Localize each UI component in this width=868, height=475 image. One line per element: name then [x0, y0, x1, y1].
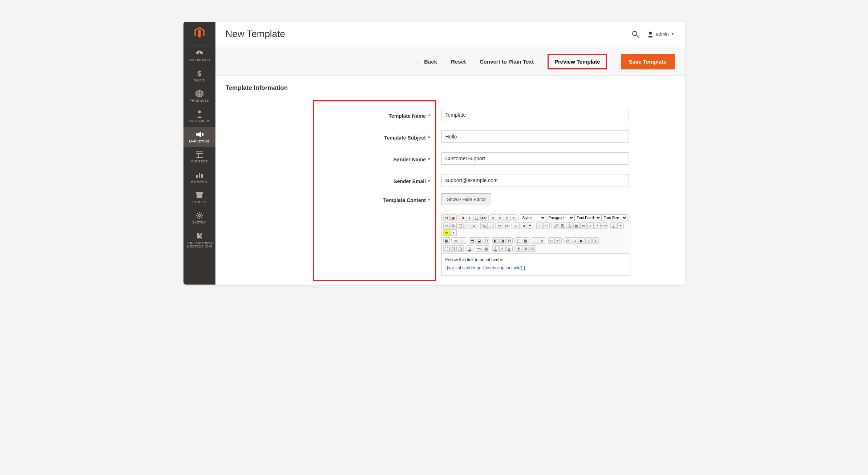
bold-icon[interactable]: B	[460, 214, 466, 221]
sub-icon[interactable]: x₂	[548, 237, 555, 244]
template-subject-input[interactable]	[441, 130, 629, 143]
anchor-icon[interactable]: ⚓	[566, 222, 573, 229]
merge-cells-icon[interactable]: ▦	[522, 237, 529, 244]
font-size-select[interactable]: Font Size	[601, 214, 627, 221]
search-icon[interactable]	[632, 31, 639, 38]
html-icon[interactable]: HTML	[601, 222, 607, 229]
align-justify-icon[interactable]: ≡	[510, 214, 517, 221]
flash-icon[interactable]: ⚡	[585, 237, 592, 244]
layers-icon[interactable]: ❏	[450, 245, 457, 252]
media-icon[interactable]: ▭	[580, 222, 587, 229]
bullet-list-icon[interactable]: •≡	[497, 222, 503, 229]
link-icon[interactable]: 🔗	[553, 222, 559, 229]
media2-icon[interactable]: ▶	[578, 237, 585, 244]
insert-row-before-icon[interactable]: ⬒	[469, 237, 476, 244]
magento-variable-icon[interactable]: ◉	[450, 214, 457, 221]
delete-row-icon[interactable]: ⊟	[483, 237, 489, 244]
template-icon[interactable]: ▤	[483, 245, 489, 252]
paste-icon[interactable]: 📋	[457, 222, 464, 229]
copy-icon[interactable]: ⧉	[450, 222, 457, 229]
save-template-button[interactable]: Save Template	[621, 54, 675, 69]
insert-col-after-icon[interactable]: ◨	[499, 237, 506, 244]
cut-icon[interactable]: ✂	[443, 222, 450, 229]
show-invisible-icon[interactable]: ¶	[516, 245, 522, 252]
acronym-icon[interactable]: A̲	[506, 245, 513, 252]
fullscreen-icon[interactable]: ⛶	[443, 245, 450, 252]
sidebar-item-reports[interactable]: REPORTS	[183, 167, 215, 188]
bg-color-icon[interactable]: ab	[443, 229, 450, 236]
user-label: admin	[656, 31, 669, 37]
sup-icon[interactable]: x²	[555, 237, 562, 244]
magento-widget-icon[interactable]: M	[443, 214, 450, 221]
text-color-icon[interactable]: A	[610, 222, 617, 229]
sidebar-item-products[interactable]: PRODUCTS	[183, 86, 215, 106]
user-menu[interactable]: admin ▼	[647, 31, 674, 37]
reset-button[interactable]: Reset	[451, 59, 466, 65]
align-right-icon[interactable]: ≡	[504, 214, 510, 221]
underline-icon[interactable]: U	[473, 214, 480, 221]
clean-icon[interactable]: ✓	[587, 222, 594, 229]
sidebar-item-stores[interactable]: STORES	[183, 188, 215, 208]
undo-icon[interactable]: ↶	[536, 222, 543, 229]
indent-icon[interactable]: ⇥	[520, 222, 526, 229]
svg-text:$: $	[197, 69, 201, 77]
sender-name-input[interactable]	[441, 152, 629, 165]
replace-icon[interactable]: ↔	[487, 222, 494, 229]
split-cells-icon[interactable]: ⬚	[516, 237, 522, 244]
image-icon[interactable]: ▦	[573, 222, 580, 229]
editor-body[interactable]: Follow this link to unsubscribe {{var su…	[442, 254, 630, 275]
insert-col-before-icon[interactable]: ◧	[492, 237, 499, 244]
styles-select[interactable]: Styles	[520, 214, 546, 221]
align-center-icon[interactable]: ≡	[497, 214, 503, 221]
del-icon[interactable]: ⊠	[522, 245, 529, 252]
emoticon-icon[interactable]: ☺	[572, 237, 578, 244]
outdent-icon[interactable]: ⇤	[513, 222, 520, 229]
convert-button[interactable]: Convert to Plain Text	[480, 59, 534, 65]
italic-icon[interactable]: I	[467, 214, 473, 221]
caret-icon[interactable]: ▼	[617, 222, 624, 229]
redo-icon[interactable]: ↷	[543, 222, 550, 229]
spell-icon[interactable]: A	[492, 245, 499, 252]
sender-email-input[interactable]	[441, 174, 629, 186]
charmap-icon[interactable]: Ω	[565, 237, 571, 244]
template-name-input[interactable]	[441, 109, 629, 121]
number-list-icon[interactable]: 1≡	[504, 222, 510, 229]
paste-text-icon[interactable]: 📄	[464, 222, 471, 229]
cell-props-icon[interactable]: ▫	[460, 237, 466, 244]
preview-template-button[interactable]: Preview Template	[548, 54, 607, 69]
insert-row-after-icon[interactable]: ⬓	[476, 237, 483, 244]
paragraph-select[interactable]: Paragraph	[546, 214, 574, 221]
table-icon[interactable]: ▦	[443, 237, 450, 244]
magento-logo[interactable]	[183, 22, 215, 44]
sidebar-item-marketing[interactable]: MARKETING	[183, 127, 215, 147]
unlink-icon[interactable]: ⛓	[560, 222, 566, 229]
visualaid-icon[interactable]: ◫	[457, 245, 464, 252]
nbsp-icon[interactable]: nbsp	[476, 245, 483, 252]
unsubscribe-variable-link[interactable]: {{var subscriber.getUnsubscriptionLink()…	[445, 265, 525, 270]
back-button[interactable]: ← Back	[415, 59, 437, 65]
caret-icon[interactable]: ▼	[450, 229, 457, 236]
sidebar-item-customers[interactable]: CUSTOMERS	[183, 106, 215, 127]
align-left-icon[interactable]: ≡	[490, 214, 496, 221]
blockquote-icon[interactable]: ❝	[527, 222, 533, 229]
sidebar-item-system[interactable]: SYSTEM	[183, 208, 215, 228]
strike-icon[interactable]: ᴀʙ	[480, 214, 487, 221]
help-icon[interactable]: ?	[594, 222, 601, 229]
font-family-select[interactable]: Font Family	[574, 214, 601, 221]
show-hide-editor-button[interactable]: Show / Hide Editor	[441, 193, 492, 205]
required-mark: *	[428, 113, 430, 119]
hr-icon[interactable]: —	[532, 237, 538, 244]
attr-icon[interactable]: A	[467, 245, 473, 252]
paste-word-icon[interactable]: W	[471, 222, 477, 229]
find-icon[interactable]: 🔍	[480, 222, 487, 229]
sidebar-item-sales[interactable]: $ SALES	[183, 66, 215, 86]
pagebreak-icon[interactable]: ⤓	[592, 237, 599, 244]
row-props-icon[interactable]: ▭	[453, 237, 459, 244]
sidebar-item-dashboard[interactable]: DASHBOARD	[183, 45, 215, 66]
ins-icon[interactable]: ⊞	[529, 245, 536, 252]
sidebar-item-content[interactable]: CONTENT	[183, 147, 215, 167]
remove-format-icon[interactable]: ✕	[539, 237, 545, 244]
delete-col-icon[interactable]: ⊟	[506, 237, 513, 244]
sidebar-item-partners[interactable]: FIND PARTNERS & EXTENSIONS	[183, 228, 215, 252]
abbr-icon[interactable]: A	[499, 245, 506, 252]
